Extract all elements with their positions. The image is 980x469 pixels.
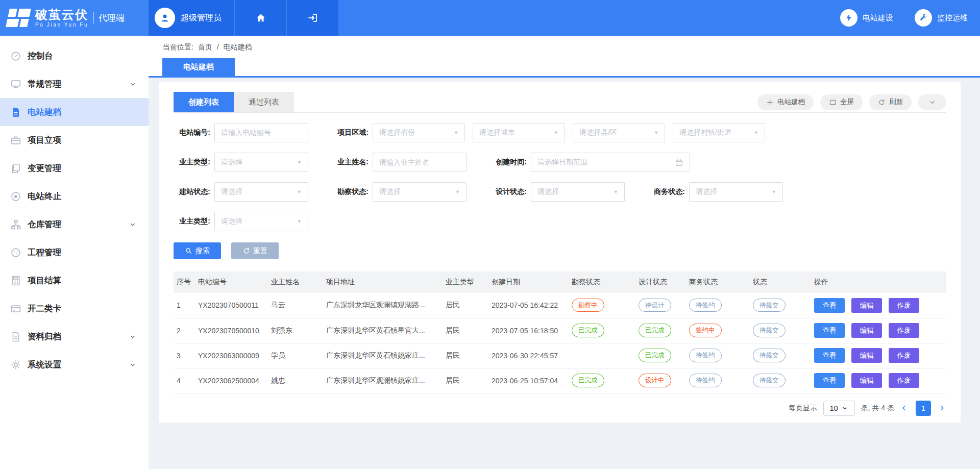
status-badge: 已完成: [572, 324, 604, 337]
cell-owner-name: 学员: [268, 343, 323, 368]
cell-survey-status: 勘察中: [569, 293, 635, 318]
owner-type-select-2-label: 业主类型:: [174, 217, 210, 226]
collapse-button[interactable]: [918, 94, 946, 110]
user-menu[interactable]: 超级管理员: [149, 0, 234, 36]
view-button[interactable]: 查看: [814, 348, 845, 363]
breadcrumb-home[interactable]: 首页: [198, 43, 212, 51]
status-badge: 待签约: [689, 349, 722, 362]
status-badge: 签约中: [689, 324, 722, 337]
business-status-select-label: 商务状态:: [648, 187, 685, 196]
sidebar-item-system-settings[interactable]: 系统设置: [0, 351, 149, 379]
build-status-select[interactable]: 请选择▼: [214, 182, 308, 202]
sidebar-item-label: 工程管理: [28, 247, 61, 258]
prev-page-button[interactable]: [900, 404, 909, 412]
calendar-icon: [675, 158, 683, 167]
owner-type-select-2[interactable]: 请选择▼: [214, 212, 308, 231]
table-row: 1YX2023070500011马云广东深圳龙华区观澜镇观湖路...居民2023…: [174, 293, 946, 318]
next-page-button[interactable]: [938, 404, 946, 412]
column-header: 勘察状态: [569, 271, 635, 293]
sidebar-item-console[interactable]: 控制台: [0, 42, 149, 70]
topbar-spacer: [338, 0, 819, 36]
fullscreen-button-label: 全屏: [840, 97, 854, 107]
refresh-button[interactable]: 刷新: [869, 94, 912, 110]
status-badge: 勘察中: [572, 299, 604, 312]
add-station-button[interactable]: 电站建档: [757, 94, 814, 110]
chevron-down-icon: [129, 361, 136, 368]
table-row: 2YX2023070500010刘强东广东深圳龙华区黄石镇星官大...居民202…: [174, 318, 946, 343]
search-button[interactable]: 搜索: [174, 242, 221, 259]
total-count-label: 条, 共 4 条: [861, 404, 894, 413]
tab-create-list[interactable]: 创建列表: [174, 92, 234, 112]
sidebar-item-project-settlement[interactable]: 项目结算: [0, 266, 149, 294]
create-time-range[interactable]: 请选择日期范围: [531, 153, 690, 172]
edit-button[interactable]: 编辑: [851, 298, 882, 313]
cell-created-date: 2023-06-25 10:57:04: [488, 368, 569, 393]
status-badge: 已完成: [572, 374, 604, 387]
tab-passed-list[interactable]: 通过列表: [234, 92, 294, 112]
sidebar-item-change-management[interactable]: 变更管理: [0, 154, 149, 182]
chevron-left-icon: [900, 404, 908, 412]
station-code-input[interactable]: [214, 123, 308, 142]
view-button[interactable]: 查看: [814, 373, 845, 388]
sidebar-item-general-management[interactable]: 常规管理: [0, 70, 149, 98]
status-badge: 待设计: [639, 299, 671, 312]
filter-row: 电站编号:项目区域:请选择省份▼请选择城市▼请选择县/区▼请选择村镇/街道▼: [174, 123, 946, 142]
status-badge: 已完成: [639, 349, 671, 362]
cell-created-date: 2023-07-05 16:42:22: [488, 293, 569, 318]
project-region-select-3[interactable]: 请选择县/区▼: [573, 123, 665, 142]
cell-business-status: 待签约: [686, 343, 750, 368]
table-row: 3YX2023063000009学员广东深圳龙华区黄石镇姚家庄...居民2023…: [174, 343, 946, 368]
design-status-select[interactable]: 请选择▼: [531, 182, 625, 202]
view-button[interactable]: 查看: [814, 298, 845, 313]
edit-button[interactable]: 编辑: [851, 348, 882, 363]
cell-created-date: 2023-06-30 22:45:57: [488, 343, 569, 368]
owner-type-select[interactable]: 请选择▼: [214, 153, 308, 172]
sidebar-item-label: 资料归档: [28, 331, 61, 342]
edit-button[interactable]: 编辑: [851, 323, 882, 338]
sidebar-item-project-initiation[interactable]: 项目立项: [0, 126, 149, 154]
logo-title: 破茧云伏: [35, 8, 88, 21]
column-header: 状态: [750, 271, 811, 293]
reset-button-label: 重置: [253, 246, 267, 256]
sidebar-item-label: 控制台: [28, 51, 53, 62]
fullscreen-button[interactable]: 全屏: [820, 94, 863, 110]
void-button[interactable]: 作废: [889, 373, 919, 388]
status-badge: 待提交: [753, 299, 786, 312]
sidebar-item-warehouse-management[interactable]: 仓库管理: [0, 210, 149, 238]
dropdown-arrow-icon: ▼: [455, 189, 460, 194]
cell-status: 待提交: [750, 368, 811, 393]
sidebar-item-second-type-card[interactable]: 开二类卡: [0, 294, 149, 323]
reset-button[interactable]: 重置: [231, 242, 279, 259]
sidebar-item-data-archive[interactable]: 资料归档: [0, 323, 149, 351]
cell-owner-name: 姚忠: [268, 368, 323, 393]
plus-icon: [766, 98, 774, 106]
owner-name-input[interactable]: [373, 153, 467, 172]
person-icon: [159, 12, 170, 23]
page-1-button[interactable]: 1: [916, 401, 931, 416]
user-name: 超级管理员: [181, 13, 222, 23]
void-button[interactable]: 作废: [889, 298, 919, 313]
home-button[interactable]: [234, 0, 286, 36]
topbar-action-monitor-ops[interactable]: 监控运维: [915, 9, 968, 27]
sidebar-item-engineering-management[interactable]: 工程管理: [0, 238, 149, 266]
sidebar-item-station-termination[interactable]: 电站终止: [0, 182, 149, 210]
project-region-select-2[interactable]: 请选择城市▼: [473, 123, 565, 142]
edit-button[interactable]: 编辑: [851, 373, 882, 388]
column-header: 项目地址: [323, 271, 443, 293]
per-page-select[interactable]: 10: [823, 401, 855, 416]
logout-button[interactable]: [286, 0, 338, 36]
refresh-icon: [878, 98, 886, 106]
survey-status-select[interactable]: 请选择▼: [373, 182, 467, 202]
business-status-select[interactable]: 请选择▼: [689, 182, 783, 202]
filter-row: 业主类型:请选择▼: [174, 212, 946, 231]
filter-group: 勘察状态:请选择▼: [332, 182, 467, 202]
sidebar-item-label: 变更管理: [28, 163, 61, 174]
void-button[interactable]: 作废: [889, 323, 919, 338]
sidebar-item-station-archive[interactable]: 电站建档: [0, 98, 149, 126]
project-region-select-4[interactable]: 请选择村镇/街道▼: [673, 123, 765, 142]
project-region-select-1[interactable]: 请选择省份▼: [373, 123, 465, 142]
view-button[interactable]: 查看: [814, 323, 845, 338]
topbar-action-station-build[interactable]: 电站建设: [840, 9, 893, 27]
void-button[interactable]: 作废: [889, 348, 919, 363]
page-tab[interactable]: 电站建档: [162, 58, 235, 76]
